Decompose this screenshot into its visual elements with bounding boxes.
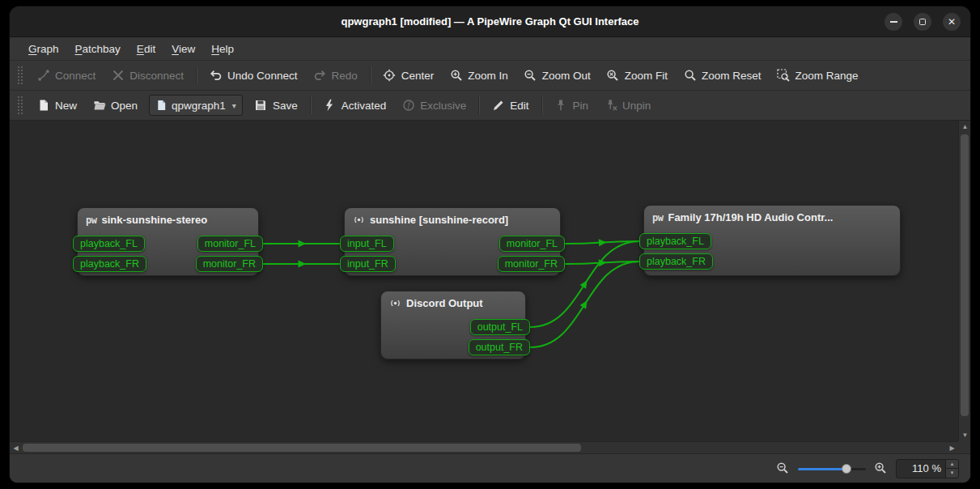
graph-view: pwsink-sunshine-stereoplayback_FLplaybac… — [10, 120, 970, 453]
port-discord-output_FR[interactable]: output_FR — [469, 339, 530, 355]
zoom-in-button[interactable]: Zoom In — [442, 65, 515, 87]
menu-view[interactable]: View — [164, 40, 202, 57]
maximize-icon — [919, 19, 926, 25]
statusbar: 110 % — [10, 453, 970, 483]
menu-edit-accel: E — [137, 43, 144, 55]
vertical-scrollbar-thumb[interactable] — [961, 134, 969, 416]
menu-edit[interactable]: Edit — [129, 40, 163, 57]
horizontal-scrollbar[interactable] — [10, 441, 958, 453]
port-sink-playback_FR[interactable]: playback_FR — [73, 256, 146, 272]
node-sink[interactable]: pwsink-sunshine-stereoplayback_FLplaybac… — [77, 207, 259, 276]
svg-text:f: f — [407, 101, 410, 109]
minimize-button[interactable] — [885, 13, 902, 31]
port-family-playback_FR[interactable]: playback_FR — [639, 253, 713, 270]
port-sunshine-input_FR[interactable]: input_FR — [340, 256, 396, 272]
port-sink-monitor_FL[interactable]: monitor_FL — [197, 236, 263, 252]
exclusive-button[interactable]: f Exclusive — [394, 95, 473, 117]
save-button[interactable]: Save — [247, 95, 305, 117]
activated-bolt-icon — [323, 99, 337, 113]
session-combobox[interactable]: qpwgraph1 — [149, 95, 243, 116]
redo-button[interactable]: Redo — [305, 65, 364, 87]
connection-arrow-icon — [299, 240, 307, 248]
undo-connect-button[interactable]: Undo Connect — [202, 65, 304, 87]
port-sunshine-monitor_FR[interactable]: monitor_FR — [498, 256, 565, 272]
port-discord-output_FL[interactable]: output_FL — [470, 319, 530, 335]
open-button[interactable]: Open — [85, 95, 145, 117]
vertical-scrollbar[interactable] — [958, 121, 970, 441]
toolbar-handle[interactable] — [17, 66, 23, 85]
zoom-fit-button[interactable]: Zoom Fit — [599, 65, 675, 87]
zoom-slider-fill — [798, 468, 846, 470]
exclusive-label: Exclusive — [420, 100, 466, 112]
new-button[interactable]: New — [29, 95, 84, 117]
graph-canvas[interactable]: pwsink-sunshine-stereoplayback_FLplaybac… — [10, 121, 958, 441]
zoom-spinbox[interactable]: 110 % — [896, 459, 959, 478]
scrollbar-corner — [958, 441, 970, 453]
menubar: Graph Patchbay Edit View Help — [10, 37, 970, 60]
spin-up-button[interactable] — [946, 460, 958, 469]
zoom-range-button[interactable]: Zoom Range — [770, 65, 866, 87]
exclusive-icon: f — [401, 99, 415, 113]
maximize-button[interactable] — [914, 13, 931, 31]
menu-graph[interactable]: Graph — [21, 40, 66, 57]
menu-patchbay[interactable]: Patchbay — [68, 40, 128, 57]
unpin-button[interactable]: Unpin — [596, 95, 658, 117]
zoom-slider-handle[interactable] — [842, 464, 851, 474]
menu-edit-rest: dit — [144, 43, 155, 55]
edit-button[interactable]: Edit — [484, 95, 536, 117]
toolbar-separator — [478, 96, 479, 114]
port-family-playback_FL[interactable]: playback_FL — [639, 233, 711, 249]
titlebar[interactable]: qpwgraph1 [modified] — A PipeWire Graph … — [10, 6, 970, 37]
connection-arrow-icon — [599, 239, 607, 247]
center-icon — [383, 69, 397, 83]
zoom-in-status-icon[interactable] — [874, 461, 888, 475]
zoom-out-button[interactable]: Zoom Out — [516, 65, 598, 87]
new-file-icon — [36, 99, 50, 113]
node-family[interactable]: pwFamily 17h/19h HD Audio Contr...playba… — [643, 205, 901, 276]
menu-patchbay-rest: atchbay — [83, 43, 121, 55]
app-window: qpwgraph1 [modified] — A PipeWire Graph … — [10, 6, 970, 483]
toolbar-separator — [541, 96, 542, 114]
session-file-icon — [155, 100, 168, 112]
monitor-icon — [353, 214, 365, 226]
zoom-slider[interactable] — [798, 462, 866, 475]
scroll-left-arrow[interactable] — [10, 442, 22, 454]
close-button[interactable] — [943, 13, 961, 31]
scroll-down-arrow[interactable] — [959, 429, 970, 441]
zoom-out-status-icon[interactable] — [776, 461, 790, 475]
scroll-right-arrow[interactable] — [946, 442, 958, 454]
pipewire-icon: pw — [652, 212, 663, 223]
spin-down-button[interactable] — [946, 468, 958, 478]
pipewire-icon: pw — [86, 215, 96, 226]
connect-button[interactable]: Connect — [29, 65, 103, 87]
chevron-down-icon — [232, 101, 236, 110]
menu-help-rest: elp — [219, 43, 234, 55]
node-title: Discord Output — [406, 297, 483, 309]
zoom-fit-label: Zoom Fit — [625, 70, 668, 82]
zoom-range-icon — [777, 69, 791, 83]
open-folder-icon — [92, 99, 106, 113]
port-sunshine-monitor_FL[interactable]: monitor_FL — [499, 236, 565, 252]
toolbar-handle[interactable] — [17, 96, 23, 115]
activated-label: Activated — [342, 100, 387, 112]
port-sunshine-input_FL[interactable]: input_FL — [340, 236, 394, 252]
redo-icon — [312, 69, 326, 83]
port-sink-monitor_FR[interactable]: monitor_FR — [196, 256, 263, 272]
toolbar-separator — [310, 96, 311, 114]
node-discord[interactable]: Discord Outputoutput_FLoutput_FR — [380, 291, 526, 359]
port-sink-playback_FL[interactable]: playback_FL — [73, 236, 145, 252]
edit-pencil-icon — [491, 99, 505, 113]
zoom-spin-buttons — [945, 460, 958, 478]
horizontal-scrollbar-thumb[interactable] — [23, 444, 581, 452]
menu-help[interactable]: Help — [204, 40, 241, 57]
scroll-up-arrow[interactable] — [959, 121, 970, 133]
disconnect-button[interactable]: Disconnect — [104, 65, 191, 87]
connection-arrow-icon — [299, 261, 307, 268]
pin-button[interactable]: Pin — [547, 95, 596, 117]
activated-button[interactable]: Activated — [316, 95, 394, 117]
zoom-reset-button[interactable]: Zoom Reset — [676, 65, 769, 87]
redo-label: Redo — [331, 70, 357, 82]
node-sunshine[interactable]: sunshine [sunshine-record]input_FLinput_… — [344, 207, 561, 276]
zoom-out-icon — [524, 69, 537, 83]
center-button[interactable]: Center — [375, 65, 442, 87]
